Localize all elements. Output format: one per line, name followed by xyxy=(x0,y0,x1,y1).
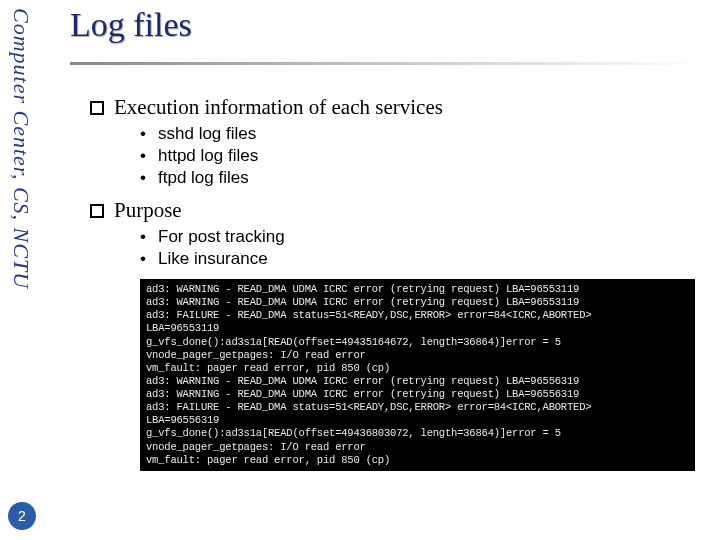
sidebar-org-text: Computer Center, CS, NCTU xyxy=(8,8,34,348)
section-heading-text: Execution information of each services xyxy=(114,95,443,120)
slide-content: Log files Execution information of each … xyxy=(70,6,700,471)
square-bullet-icon xyxy=(90,204,104,218)
sub-list: •sshd log files •httpd log files •ftpd l… xyxy=(140,124,700,188)
list-item: •sshd log files xyxy=(140,124,700,144)
slide-title: Log files xyxy=(70,6,700,44)
section-heading: Purpose xyxy=(90,198,700,223)
list-item: •For post tracking xyxy=(140,227,700,247)
terminal-log-output: ad3: WARNING - READ_DMA UDMA ICRC error … xyxy=(140,279,695,471)
list-item: •httpd log files xyxy=(140,146,700,166)
title-divider xyxy=(70,62,700,65)
list-item: •ftpd log files xyxy=(140,168,700,188)
list-item: •Like insurance xyxy=(140,249,700,269)
sub-list: •For post tracking •Like insurance xyxy=(140,227,700,269)
bullet-list: Execution information of each services •… xyxy=(90,95,700,471)
section-heading-text: Purpose xyxy=(114,198,182,223)
page-number-badge: 2 xyxy=(8,502,36,530)
section-heading: Execution information of each services xyxy=(90,95,700,120)
square-bullet-icon xyxy=(90,101,104,115)
